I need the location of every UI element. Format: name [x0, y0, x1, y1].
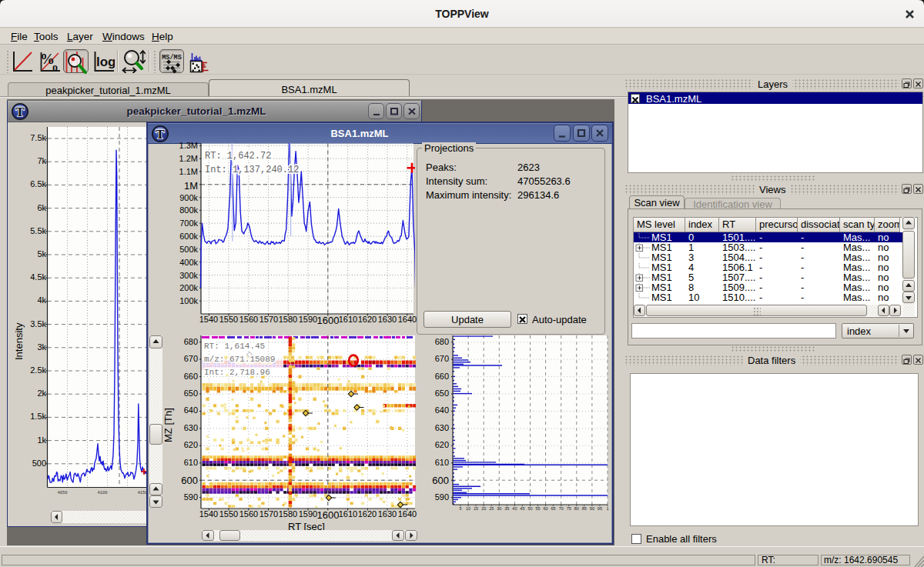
svg-text:4050: 4050 — [57, 490, 67, 495]
svg-text:55: 55 — [535, 506, 540, 511]
svg-text:4100: 4100 — [97, 490, 107, 495]
svg-text:15: 15 — [474, 506, 478, 511]
svg-text:20: 20 — [481, 506, 486, 511]
svg-text:30: 30 — [497, 506, 501, 511]
svg-text:65: 65 — [551, 506, 556, 511]
svg-text:90: 90 — [590, 506, 594, 511]
svg-text:Int: 2,718.96: Int: 2,718.96 — [204, 368, 270, 377]
svg-text:5: 5 — [459, 506, 461, 511]
svg-text:MS/MS: MS/MS — [162, 54, 182, 62]
svg-text:Int: 1,137,240.12: Int: 1,137,240.12 — [205, 165, 299, 175]
svg-text:10: 10 — [466, 506, 470, 511]
svg-text:35: 35 — [504, 506, 509, 511]
svg-text:25: 25 — [489, 506, 494, 511]
svg-text:T: T — [156, 127, 165, 142]
svg-text:60: 60 — [544, 506, 548, 511]
svg-text:T: T — [15, 105, 25, 119]
svg-text:80: 80 — [574, 506, 579, 511]
svg-text:RT: 1,614.45: RT: 1,614.45 — [204, 342, 265, 351]
svg-text:40: 40 — [512, 506, 517, 511]
svg-text:4150: 4150 — [137, 490, 146, 495]
svg-text:95: 95 — [598, 506, 602, 511]
svg-text:85: 85 — [582, 506, 587, 511]
svg-text:70: 70 — [559, 506, 564, 511]
svg-text:log: log — [96, 55, 115, 69]
svg-text:m/z: 671.15089: m/z: 671.15089 — [204, 355, 275, 364]
svg-text:45: 45 — [520, 506, 524, 511]
svg-text:RT: 1,642.72: RT: 1,642.72 — [205, 151, 271, 162]
svg-text:50: 50 — [527, 506, 532, 511]
svg-text:o: o — [52, 62, 58, 73]
svg-text:1: 1 — [606, 506, 608, 511]
svg-text:75: 75 — [567, 506, 571, 511]
